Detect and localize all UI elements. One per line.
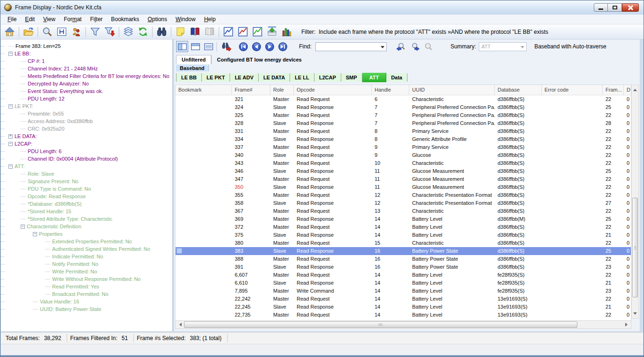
tree-expander[interactable] [45, 294, 50, 295]
menu-view[interactable]: View [39, 15, 60, 23]
tree-item[interactable]: Indicate Permitted: No [1, 253, 172, 260]
tab-le-adv[interactable]: LE ADV [230, 73, 259, 82]
column-header-database[interactable]: Database [495, 85, 542, 95]
tree-item[interactable]: Frame 383: Len=25 [1, 42, 172, 50]
menu-filter[interactable]: Filter [86, 15, 107, 23]
view-raw-data-icon[interactable] [40, 25, 54, 39]
tree-item[interactable]: Write Without Response Permitted: No [1, 275, 172, 283]
tree-item[interactable]: Extended Properties Permitted: No [1, 238, 172, 245]
scroll-down-button[interactable] [632, 310, 638, 318]
minimize-button[interactable] [594, 3, 608, 12]
note-icon[interactable] [173, 25, 188, 39]
table-row[interactable]: 325 Master Read Request 7 Peripheral Pre… [176, 111, 631, 119]
search-inactive-icon[interactable] [422, 41, 435, 52]
tree-item[interactable]: ATT: [1, 163, 172, 170]
tree-expander[interactable] [21, 225, 25, 229]
scroll-left-button[interactable] [176, 321, 183, 328]
tree-expander[interactable] [21, 91, 26, 92]
table-row[interactable]: 350 Slave Read Response 11 Glucose Measu… [176, 183, 631, 191]
find-combobox[interactable] [315, 42, 387, 51]
find-icon[interactable] [154, 25, 169, 39]
open-file-icon[interactable] [21, 25, 36, 39]
tree-item[interactable]: PDU Length: 6 [1, 147, 172, 155]
close-button[interactable] [622, 3, 639, 12]
table-row[interactable]: 321 Master Read Request 6 Characteristic… [176, 95, 631, 103]
tree-expander[interactable] [21, 69, 26, 69]
tree-expander[interactable] [45, 241, 50, 242]
tab-le-pkt[interactable]: LE PKT [202, 73, 230, 82]
tree-expander[interactable] [21, 99, 26, 99]
column-header-opcode[interactable]: Opcode [294, 85, 372, 95]
tree-item[interactable]: *Stored Handle: 15 [1, 208, 172, 215]
statistics-icon[interactable] [279, 25, 294, 39]
table-row[interactable]: 369 Master Read Response 14 Battery Leve… [176, 215, 631, 223]
tab-att[interactable]: ATT [362, 73, 387, 82]
tree-expander[interactable] [8, 46, 14, 47]
tree-item[interactable]: *Database: d386ffbb(S) [1, 200, 172, 208]
table-row[interactable]: 7,895 Master Write Command 14 Battery Le… [176, 287, 631, 295]
tree-item[interactable]: Write Permitted: No [1, 268, 172, 275]
tab-l2cap[interactable]: L2CAP [314, 73, 341, 82]
tree-expander[interactable] [8, 104, 13, 109]
chart-red-icon[interactable] [236, 25, 250, 39]
tree-item[interactable]: UUID: Battery Power State [1, 305, 172, 313]
summary-pane-icon[interactable] [189, 41, 201, 52]
tree-item[interactable]: CRC: 0x925a20 [1, 125, 172, 132]
column-header-handle[interactable]: Handle [372, 85, 409, 95]
next-frame-button[interactable] [263, 41, 276, 52]
tree-item[interactable]: Broadcast Permitted: No [1, 290, 172, 298]
tree-expander[interactable] [21, 219, 26, 219]
tree-item[interactable]: Decrypted by Analyzer: No [1, 80, 172, 87]
table-row[interactable]: 343 Master Read Request 10 Characteristi… [176, 159, 631, 167]
menu-options[interactable]: Options [144, 15, 171, 23]
tree-item[interactable]: Channel ID: 0x0004 (Attribute Protocol) [1, 155, 172, 163]
tree-expander[interactable] [21, 174, 26, 174]
table-row[interactable]: 6,607 Master Read Request 14 Battery Lev… [176, 271, 631, 279]
table-row[interactable]: 367 Master Read Request 13 Characteristi… [176, 207, 631, 215]
tree-expander[interactable] [21, 159, 26, 159]
table-row[interactable]: 358 Slave Read Response 12 Characteristi… [176, 199, 631, 207]
tree-item[interactable]: Preamble: 0x55 [1, 110, 172, 117]
column-header-role[interactable]: Role [270, 85, 294, 95]
table-row[interactable]: 328 Slave Read Response 7 Peripheral Pre… [176, 119, 631, 127]
capture-icon[interactable] [265, 25, 279, 39]
coexistence-view-icon[interactable] [69, 25, 84, 39]
show-both-panes-icon[interactable] [176, 41, 188, 52]
table-row[interactable]: 391 Slave Read Response 16 Battery Power… [176, 263, 631, 271]
tree-item[interactable]: PDU Length: 12 [1, 95, 172, 102]
tree-item[interactable]: Channel Index: 21 - 2448 MHz [1, 65, 172, 72]
tree-expander[interactable] [45, 279, 50, 279]
duplicate-view-icon[interactable] [121, 25, 136, 39]
table-row[interactable]: 6,610 Slave Read Response 14 Battery Lev… [176, 279, 631, 287]
previous-frame-button[interactable] [250, 41, 262, 52]
table-row[interactable]: 380 Master Read Request 15 Characteristi… [176, 239, 631, 247]
go-to-frame-icon[interactable] [220, 41, 232, 52]
tree-item[interactable]: Properties [1, 230, 172, 238]
menu-window[interactable]: Window [171, 15, 200, 23]
maximize-button[interactable] [608, 3, 622, 12]
filter-icon[interactable] [88, 25, 102, 39]
table-row[interactable]: 22,735 Master Read Request 14 Battery Le… [176, 311, 631, 319]
horizontal-scrollbar[interactable] [175, 320, 631, 329]
table-row[interactable]: 346 Slave Read Response 11 Glucose Measu… [176, 167, 631, 175]
tree-expander[interactable] [45, 287, 50, 287]
tree-item[interactable]: LE PKT: [1, 102, 172, 110]
table-row[interactable]: 347 Master Read Request 11 Glucose Measu… [176, 175, 631, 183]
tab-le-data[interactable]: LE DATA [259, 73, 290, 82]
menu-format[interactable]: Format [60, 15, 86, 23]
tab-configured-bt-low-energy-devices[interactable]: Configured BT low energy devices [211, 55, 307, 64]
column-header-uuid[interactable]: UUID [409, 85, 495, 95]
scroll-up-button[interactable] [632, 85, 638, 93]
tree-expander[interactable] [45, 272, 50, 272]
table-row[interactable]: 383 Slave Read Response 16 Battery Power… [176, 247, 631, 255]
tab-unfiltered[interactable]: Unfiltered [176, 55, 211, 64]
tree-item[interactable]: Characteristic Definition [1, 223, 172, 230]
horizontal-scroll-thumb[interactable] [184, 321, 577, 328]
tree-expander[interactable] [8, 142, 13, 146]
tree-item[interactable]: Access Address: 0xd386ffbb [1, 117, 172, 125]
tree-item[interactable]: Event Status: Everything was ok. [1, 87, 172, 95]
tree-expander[interactable] [21, 114, 26, 114]
table-row[interactable]: 337 Master Read Request 9 Primary Servic… [176, 143, 631, 151]
tree-expander[interactable] [21, 151, 26, 152]
tree-item[interactable]: Meets Predefined Filter Criteria for BT … [1, 72, 172, 80]
